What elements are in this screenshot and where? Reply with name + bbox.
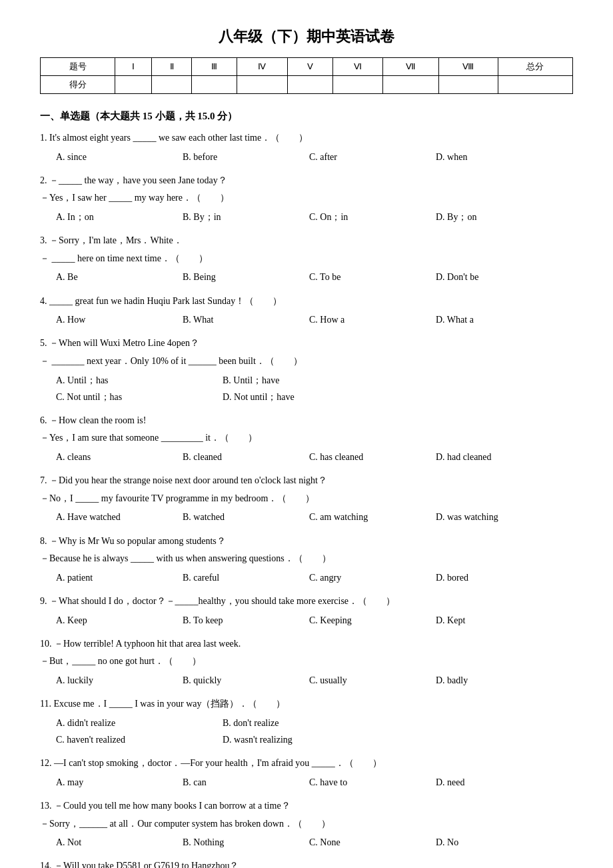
options-row: A. In；onB. By；inC. On；inD. By；on [56, 209, 573, 225]
option: A. cleans [56, 449, 163, 465]
option: C. angry [309, 569, 416, 586]
option: C. To be [309, 269, 416, 285]
option: C. On；in [309, 209, 416, 225]
question-4: 4. _____ great fun we hadin Huqiu Park l… [40, 293, 573, 329]
option: D. No [436, 834, 542, 851]
option: D. Kept [436, 612, 542, 629]
option: C. have to [309, 774, 416, 791]
option: D. badly [436, 672, 542, 689]
questions-container: 1. It's almost eight years _____ we saw … [40, 129, 573, 868]
question-line: －Yes，I saw her _____ my way here．（ ） [40, 189, 573, 207]
options-row: A. KeepB. To keepC. KeepingD. Kept [56, 612, 573, 629]
option: B. before [183, 149, 289, 165]
option: A. since [56, 149, 163, 165]
question-line: － _____ here on time next time．（ ） [40, 250, 573, 268]
option: B. To keep [183, 612, 289, 629]
question-line: －No，I _____ my favourite TV programme in… [40, 490, 573, 508]
question-line: 3. －Sorry，I'm late，Mrs．White． [40, 232, 573, 250]
option: B. What [183, 311, 289, 328]
option: C. Keeping [309, 612, 416, 629]
option: D. when [436, 149, 542, 165]
option: D. Don't be [436, 269, 542, 285]
question-line: －But，_____ no one got hurt．（ ） [40, 653, 573, 671]
options-row: A. sinceB. beforeC. afterD. when [56, 149, 573, 165]
question-6: 6. －How clean the room is!－Yes，I am sure… [40, 412, 573, 465]
section1-title: 一、单选题（本大题共 15 小题，共 15.0 分） [40, 110, 573, 123]
option: A. Be [56, 269, 163, 285]
option: A. patient [56, 569, 163, 586]
question-line: 9. －What should I do，doctor？－_____health… [40, 593, 573, 611]
option: B. Nothing [183, 834, 289, 851]
options-row: A. Have watchedB. watchedC. am watchingD… [56, 509, 573, 525]
question-line: 4. _____ great fun we hadin Huqiu Park l… [40, 293, 573, 311]
options-row: A. BeB. BeingC. To beD. Don't be [56, 269, 573, 285]
options-row: A. mayB. canC. have toD. need [56, 774, 573, 791]
option: C. has cleaned [309, 449, 416, 465]
option: D. was watching [436, 509, 542, 525]
option: D. wasn't realizing [223, 731, 369, 748]
option: B. cleaned [183, 449, 289, 465]
question-5: 5. －When will Wuxi Metro Line 4open？－ __… [40, 335, 573, 405]
option: B. Being [183, 269, 289, 285]
option: B. By；in [183, 209, 289, 225]
options-row: A. patientB. carefulC. angryD. bored [56, 569, 573, 586]
question-1: 1. It's almost eight years _____ we saw … [40, 129, 573, 165]
option: A. How [56, 311, 163, 328]
question-line: 11. Excuse me．I _____ I was in your way（… [40, 695, 573, 713]
question-line: －Sorry，______ at all．Our computer system… [40, 815, 573, 833]
question-8: 8. －Why is Mr Wu so popular among studen… [40, 533, 573, 586]
options-row: A. Until；hasB. Until；haveC. Not until；ha… [56, 372, 573, 405]
question-line: 1. It's almost eight years _____ we saw … [40, 129, 573, 147]
question-line: － _______ next year．Only 10% of it _____… [40, 353, 573, 371]
options-row: A. NotB. NothingC. NoneD. No [56, 834, 573, 851]
question-11: 11. Excuse me．I _____ I was in your way（… [40, 695, 573, 748]
option: B. careful [183, 569, 289, 586]
option: C. Not until；has [56, 389, 203, 405]
question-line: 10. －How terrible! A typhoon hit that ar… [40, 635, 573, 653]
option: A. luckily [56, 672, 163, 689]
option: C. after [309, 149, 416, 165]
option: A. didn't realize [56, 715, 203, 731]
question-10: 10. －How terrible! A typhoon hit that ar… [40, 635, 573, 689]
option: B. watched [183, 509, 289, 525]
option: A. may [56, 774, 163, 791]
question-line: 2. －_____ the way，have you seen Jane tod… [40, 172, 573, 190]
option: B. can [183, 774, 289, 791]
question-line: 5. －When will Wuxi Metro Line 4open？ [40, 335, 573, 353]
question-line: 13. －Could you tell me how many books I … [40, 797, 573, 815]
question-line: 8. －Why is Mr Wu so popular among studen… [40, 533, 573, 551]
option: A. Until；has [56, 372, 203, 389]
options-row: A. HowB. WhatC. How aD. What a [56, 311, 573, 328]
option: A. In；on [56, 209, 163, 225]
question-7: 7. －Did you hear the strange noise next … [40, 472, 573, 525]
option: C. usually [309, 672, 416, 689]
option: B. Until；have [223, 372, 369, 389]
question-line: －Yes，I am sure that someone _________ it… [40, 429, 573, 447]
score-table: 题号ⅠⅡⅢⅣⅤⅥⅦⅧ总分得分 [40, 57, 573, 94]
option: C. haven't realized [56, 731, 203, 748]
option: C. How a [309, 311, 416, 328]
question-9: 9. －What should I do，doctor？－_____health… [40, 593, 573, 629]
option: D. had cleaned [436, 449, 542, 465]
option: B. quickly [183, 672, 289, 689]
option: A. Keep [56, 612, 163, 629]
options-row: A. cleansB. cleanedC. has cleanedD. had … [56, 449, 573, 465]
question-line: 14. －Will you take D5581 or G7619 to Han… [40, 857, 573, 868]
question-13: 13. －Could you tell me how many books I … [40, 797, 573, 851]
question-12: 12. —I can't stop smoking，doctor．—For yo… [40, 755, 573, 791]
option: C. am watching [309, 509, 416, 525]
question-line: －Because he is always _____ with us when… [40, 550, 573, 568]
option: D. need [436, 774, 542, 791]
option: C. None [309, 834, 416, 851]
question-line: 12. —I can't stop smoking，doctor．—For yo… [40, 755, 573, 773]
option: D. What a [436, 311, 542, 328]
options-row: A. didn't realizeB. don't realizeC. have… [56, 715, 573, 748]
question-2: 2. －_____ the way，have you seen Jane tod… [40, 172, 573, 225]
page-title: 八年级（下）期中英语试卷 [40, 27, 573, 47]
option: D. By；on [436, 209, 542, 225]
option: A. Have watched [56, 509, 163, 525]
option: A. Not [56, 834, 163, 851]
option: D. bored [436, 569, 542, 586]
option: B. don't realize [223, 715, 369, 731]
options-row: A. luckilyB. quicklyC. usuallyD. badly [56, 672, 573, 689]
